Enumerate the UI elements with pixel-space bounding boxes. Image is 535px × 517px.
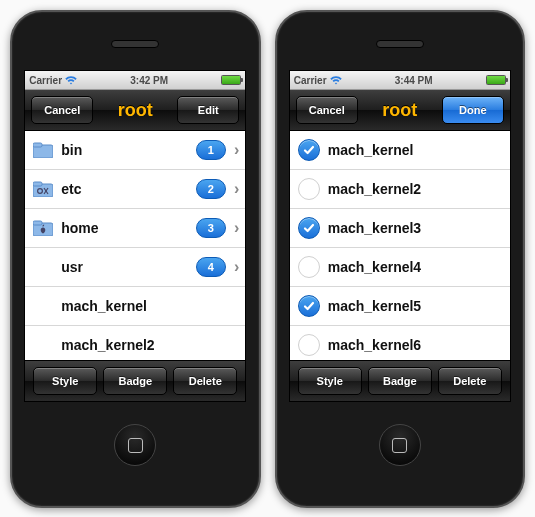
count-badge: 2: [196, 179, 226, 199]
list-item[interactable]: mach_kernel: [25, 287, 245, 326]
item-label: home: [61, 220, 188, 236]
cancel-button[interactable]: Cancel: [31, 96, 93, 124]
earpiece: [376, 40, 424, 48]
chevron-right-icon: ›: [234, 141, 239, 159]
list-item[interactable]: mach_kernel3: [290, 209, 510, 248]
screen: Carrier 3:44 PM Cancel root Done mach_ke…: [289, 70, 511, 402]
badge-button[interactable]: Badge: [368, 367, 432, 395]
count-badge: 1: [196, 140, 226, 160]
folder-icon: [33, 181, 53, 197]
svg-rect-8: [33, 221, 42, 225]
delete-button[interactable]: Delete: [173, 367, 237, 395]
list-item[interactable]: mach_kernel6: [290, 326, 510, 360]
checkmark-unchecked-icon[interactable]: [298, 334, 320, 356]
screen: Carrier 3:42 PM Cancel root Edit bin1›et…: [24, 70, 246, 402]
battery-icon: [221, 75, 241, 85]
folder-icon: [33, 220, 53, 236]
item-label: usr: [61, 259, 188, 275]
file-list[interactable]: mach_kernelmach_kernel2mach_kernel3mach_…: [290, 131, 510, 360]
item-label: mach_kernel: [328, 142, 504, 158]
list-item[interactable]: etc2›: [25, 170, 245, 209]
checkmark-checked-icon[interactable]: [298, 295, 320, 317]
device-right: Carrier 3:44 PM Cancel root Done mach_ke…: [275, 10, 526, 508]
edit-button[interactable]: Edit: [177, 96, 239, 124]
clock: 3:44 PM: [395, 75, 433, 86]
chevron-right-icon: ›: [234, 180, 239, 198]
navigation-bar: Cancel root Edit: [25, 90, 245, 131]
cancel-button[interactable]: Cancel: [296, 96, 358, 124]
svg-rect-3: [33, 182, 42, 186]
list-item[interactable]: mach_kernel4: [290, 248, 510, 287]
item-label: etc: [61, 181, 188, 197]
item-label: mach_kernel2: [61, 337, 239, 353]
item-label: bin: [61, 142, 188, 158]
count-badge: 4: [196, 257, 226, 277]
nav-title: root: [382, 100, 417, 121]
toolbar: Style Badge Delete: [25, 360, 245, 401]
checkmark-unchecked-icon[interactable]: [298, 256, 320, 278]
home-button[interactable]: [379, 424, 421, 466]
svg-rect-1: [33, 143, 42, 147]
navigation-bar: Cancel root Done: [290, 90, 510, 131]
chevron-right-icon: ›: [234, 219, 239, 237]
home-button[interactable]: [114, 424, 156, 466]
delete-button[interactable]: Delete: [438, 367, 502, 395]
item-label: mach_kernel: [61, 298, 239, 314]
file-list[interactable]: bin1›etc2›home3›usr4›mach_kernelmach_ker…: [25, 131, 245, 360]
list-item[interactable]: mach_kernel: [290, 131, 510, 170]
count-badge: 3: [196, 218, 226, 238]
chevron-right-icon: ›: [234, 258, 239, 276]
item-label: mach_kernel2: [328, 181, 504, 197]
checkmark-unchecked-icon[interactable]: [298, 178, 320, 200]
battery-icon: [486, 75, 506, 85]
list-item[interactable]: mach_kernel2: [290, 170, 510, 209]
done-button[interactable]: Done: [442, 96, 504, 124]
item-label: mach_kernel3: [328, 220, 504, 236]
list-item[interactable]: mach_kernel5: [290, 287, 510, 326]
nav-title: root: [118, 100, 153, 121]
item-label: mach_kernel4: [328, 259, 504, 275]
list-item[interactable]: usr4›: [25, 248, 245, 287]
status-bar: Carrier 3:44 PM: [290, 71, 510, 90]
device-left: Carrier 3:42 PM Cancel root Edit bin1›et…: [10, 10, 261, 508]
wifi-icon: [65, 76, 77, 85]
carrier-label: Carrier: [29, 75, 62, 86]
list-item[interactable]: bin1›: [25, 131, 245, 170]
item-label: mach_kernel6: [328, 337, 504, 353]
clock: 3:42 PM: [130, 75, 168, 86]
folder-icon: [33, 142, 53, 158]
earpiece: [111, 40, 159, 48]
badge-button[interactable]: Badge: [103, 367, 167, 395]
item-label: mach_kernel5: [328, 298, 504, 314]
checkmark-checked-icon[interactable]: [298, 217, 320, 239]
carrier-label: Carrier: [294, 75, 327, 86]
toolbar: Style Badge Delete: [290, 360, 510, 401]
list-item[interactable]: mach_kernel2: [25, 326, 245, 360]
list-item[interactable]: home3›: [25, 209, 245, 248]
style-button[interactable]: Style: [33, 367, 97, 395]
style-button[interactable]: Style: [298, 367, 362, 395]
checkmark-checked-icon[interactable]: [298, 139, 320, 161]
wifi-icon: [330, 76, 342, 85]
status-bar: Carrier 3:42 PM: [25, 71, 245, 90]
